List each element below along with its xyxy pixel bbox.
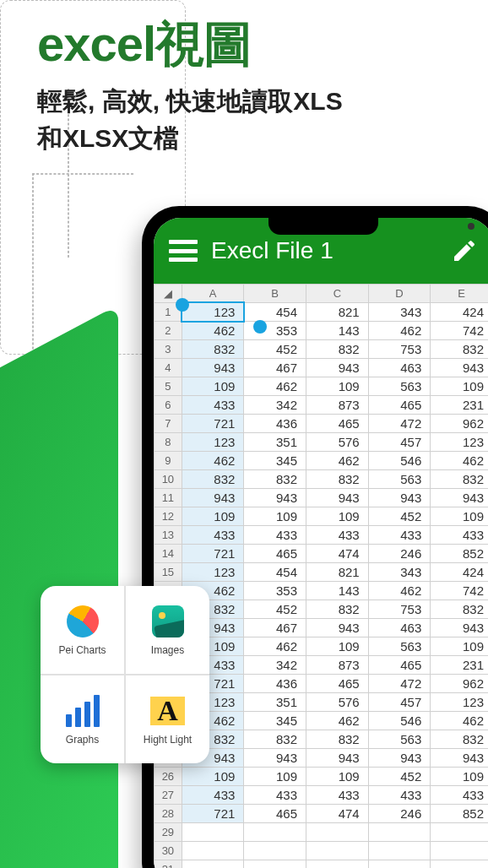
selection-handle-br[interactable] xyxy=(253,320,267,334)
cell-C17[interactable]: 832 xyxy=(306,600,369,619)
cell-B26[interactable]: 109 xyxy=(244,768,306,786)
cell-C3[interactable]: 832 xyxy=(306,340,369,359)
cell-D2[interactable]: 462 xyxy=(368,322,431,340)
cell-E2[interactable]: 742 xyxy=(431,322,488,340)
cell-A26[interactable]: 109 xyxy=(182,768,244,786)
cell-E9[interactable]: 462 xyxy=(431,452,488,470)
cell-D4[interactable]: 463 xyxy=(368,359,431,377)
cell-D24[interactable]: 563 xyxy=(368,730,431,749)
cell-A4[interactable]: 943 xyxy=(182,359,244,377)
cell-C27[interactable]: 433 xyxy=(306,786,369,805)
cell-C5[interactable]: 109 xyxy=(306,377,369,396)
cell-D17[interactable]: 753 xyxy=(368,600,431,619)
cell-E4[interactable]: 943 xyxy=(431,359,488,377)
row-header-10[interactable]: 10 xyxy=(155,470,182,489)
cell-D6[interactable]: 465 xyxy=(368,396,431,415)
cell-A8[interactable]: 123 xyxy=(182,433,244,452)
cell-B10[interactable]: 832 xyxy=(244,470,306,489)
cell-C22[interactable]: 576 xyxy=(306,693,369,712)
cell-B14[interactable]: 465 xyxy=(244,545,306,563)
row-header-13[interactable]: 13 xyxy=(155,526,182,545)
cell-C21[interactable]: 465 xyxy=(306,675,369,693)
cell-A27[interactable]: 433 xyxy=(182,786,244,805)
cell-E20[interactable]: 231 xyxy=(431,656,488,675)
tool-pei-charts[interactable]: Pei Charts xyxy=(41,586,125,675)
hamburger-icon[interactable] xyxy=(169,240,198,262)
cell-C24[interactable]: 832 xyxy=(306,730,369,749)
col-header-D[interactable]: D xyxy=(368,285,431,303)
cell-B31[interactable] xyxy=(244,860,306,869)
cell-D22[interactable]: 457 xyxy=(368,693,431,712)
cell-E29[interactable] xyxy=(431,823,488,842)
cell-B16[interactable]: 353 xyxy=(244,582,306,600)
tool-graphs[interactable]: Graphs xyxy=(41,675,125,763)
cell-E24[interactable]: 832 xyxy=(431,730,488,749)
cell-D12[interactable]: 452 xyxy=(368,507,431,526)
row-header-11[interactable]: 11 xyxy=(155,489,182,507)
cell-B19[interactable]: 462 xyxy=(244,637,306,656)
row-header-3[interactable]: 3 xyxy=(155,340,182,359)
cell-C10[interactable]: 832 xyxy=(306,470,369,489)
cell-D16[interactable]: 462 xyxy=(368,582,431,600)
cell-B6[interactable]: 342 xyxy=(244,396,306,415)
cell-B7[interactable]: 436 xyxy=(244,415,306,433)
cell-A30[interactable] xyxy=(182,842,244,860)
cell-B23[interactable]: 345 xyxy=(244,712,306,730)
cell-E8[interactable]: 123 xyxy=(431,433,488,452)
cell-B13[interactable]: 433 xyxy=(244,526,306,545)
cell-C20[interactable]: 873 xyxy=(306,656,369,675)
cell-A29[interactable] xyxy=(182,823,244,842)
cell-E21[interactable]: 962 xyxy=(431,675,488,693)
cell-E25[interactable]: 943 xyxy=(431,749,488,768)
cell-E7[interactable]: 962 xyxy=(431,415,488,433)
cell-A6[interactable]: 433 xyxy=(182,396,244,415)
cell-C19[interactable]: 109 xyxy=(306,637,369,656)
cell-C13[interactable]: 433 xyxy=(306,526,369,545)
row-header-7[interactable]: 7 xyxy=(155,415,182,433)
cell-C30[interactable] xyxy=(306,842,369,860)
col-header-E[interactable]: E xyxy=(431,285,488,303)
cell-E31[interactable] xyxy=(431,860,488,869)
cell-C26[interactable]: 109 xyxy=(306,768,369,786)
cell-A11[interactable]: 943 xyxy=(182,489,244,507)
cell-B28[interactable]: 465 xyxy=(244,805,306,823)
cell-D21[interactable]: 472 xyxy=(368,675,431,693)
cell-C6[interactable]: 873 xyxy=(306,396,369,415)
cell-B27[interactable]: 433 xyxy=(244,786,306,805)
cell-C15[interactable]: 821 xyxy=(306,563,369,582)
cell-E19[interactable]: 109 xyxy=(431,637,488,656)
cell-A5[interactable]: 109 xyxy=(182,377,244,396)
row-header-6[interactable]: 6 xyxy=(155,396,182,415)
cell-A15[interactable]: 123 xyxy=(182,563,244,582)
edit-icon[interactable] xyxy=(451,237,478,264)
cell-D9[interactable]: 546 xyxy=(368,452,431,470)
row-header-31[interactable]: 31 xyxy=(155,860,182,869)
cell-E23[interactable]: 462 xyxy=(431,712,488,730)
cell-D27[interactable]: 433 xyxy=(368,786,431,805)
row-header-2[interactable]: 2 xyxy=(155,322,182,340)
cell-D31[interactable] xyxy=(368,860,431,869)
cell-E10[interactable]: 832 xyxy=(431,470,488,489)
cell-A10[interactable]: 832 xyxy=(182,470,244,489)
cell-D30[interactable] xyxy=(368,842,431,860)
cell-B30[interactable] xyxy=(244,842,306,860)
cell-D23[interactable]: 546 xyxy=(368,712,431,730)
cell-C9[interactable]: 462 xyxy=(306,452,369,470)
tool-hight-light[interactable]: AHight Light xyxy=(125,675,209,763)
cell-A13[interactable]: 433 xyxy=(182,526,244,545)
row-header-29[interactable]: 29 xyxy=(155,823,182,842)
selection-handle-tl[interactable] xyxy=(176,298,189,312)
cell-E13[interactable]: 433 xyxy=(431,526,488,545)
row-header-27[interactable]: 27 xyxy=(155,786,182,805)
cell-C18[interactable]: 943 xyxy=(306,619,369,637)
spreadsheet[interactable]: ◢ABCDE1123454821343424246235314346274238… xyxy=(154,284,488,868)
row-header-9[interactable]: 9 xyxy=(155,452,182,470)
cell-B20[interactable]: 342 xyxy=(244,656,306,675)
cell-B1[interactable]: 454 xyxy=(244,303,306,322)
cell-D28[interactable]: 246 xyxy=(368,805,431,823)
cell-E18[interactable]: 943 xyxy=(431,619,488,637)
cell-B4[interactable]: 467 xyxy=(244,359,306,377)
cell-E5[interactable]: 109 xyxy=(431,377,488,396)
row-header-4[interactable]: 4 xyxy=(155,359,182,377)
cell-D11[interactable]: 943 xyxy=(368,489,431,507)
